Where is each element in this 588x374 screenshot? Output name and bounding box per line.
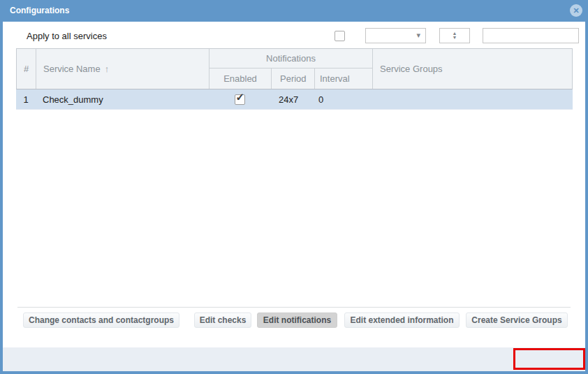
checkmark-icon: ✓ [236,91,245,103]
configurations-dialog: Configurations ✕ Apply to all services ▾… [0,0,588,374]
row-period-cell: 24x7 [270,89,314,109]
services-table-header: # Service Name ↑ Notifications Enabled P… [16,48,573,89]
column-header-period[interactable]: Period [271,69,314,89]
dialog-border-right [585,22,588,374]
column-header-index[interactable]: # [17,49,36,89]
edit-notifications-button[interactable]: Edit notifications [257,312,337,328]
apply-to-all-checkbox[interactable] [335,31,345,41]
row-service-groups-cell [372,89,573,109]
row-enabled-cell: ✓ [209,89,270,109]
column-header-service-name[interactable]: Service Name ↑ [36,49,210,89]
create-service-groups-button[interactable]: Create Service Groups [466,312,568,328]
column-header-interval[interactable]: Interval [314,69,372,89]
row-interval-cell: 0 [314,89,372,109]
dialog-footer: Save Changes [3,347,585,371]
apply-value-input[interactable] [483,28,579,43]
apply-to-all-label: Apply to all services [27,31,107,41]
edit-checks-button[interactable]: Edit checks [194,312,251,328]
sort-ascending-icon: ↑ [105,64,110,74]
change-contacts-button[interactable]: Change contacts and contactgroups [23,312,179,328]
dialog-border-bottom [0,371,588,374]
dialog-titlebar: Configurations ✕ [0,0,588,22]
actions-separator [17,307,571,308]
apply-period-select[interactable]: ▾ [365,28,426,43]
close-button[interactable]: ✕ [570,4,582,17]
spinner-down-icon[interactable]: ▼ [453,36,457,40]
column-header-enabled[interactable]: Enabled [210,69,271,89]
apply-interval-stepper[interactable]: ▲ ▼ [439,28,470,43]
dialog-title: Configurations [10,0,69,22]
chevron-down-icon: ▾ [416,31,420,40]
close-icon: ✕ [573,7,579,15]
column-header-notifications: Notifications [210,49,372,69]
table-row[interactable]: 1 Check_dummy ✓ 24x7 0 [16,89,573,110]
column-header-service-groups[interactable]: Service Groups [372,49,572,89]
row-index-cell: 1 [16,89,36,109]
row-service-name-cell: Check_dummy [36,89,209,109]
edit-extended-information-button[interactable]: Edit extended information [344,312,460,328]
dialog-border-left [0,22,3,374]
notifications-enabled-checkbox[interactable]: ✓ [235,94,245,105]
